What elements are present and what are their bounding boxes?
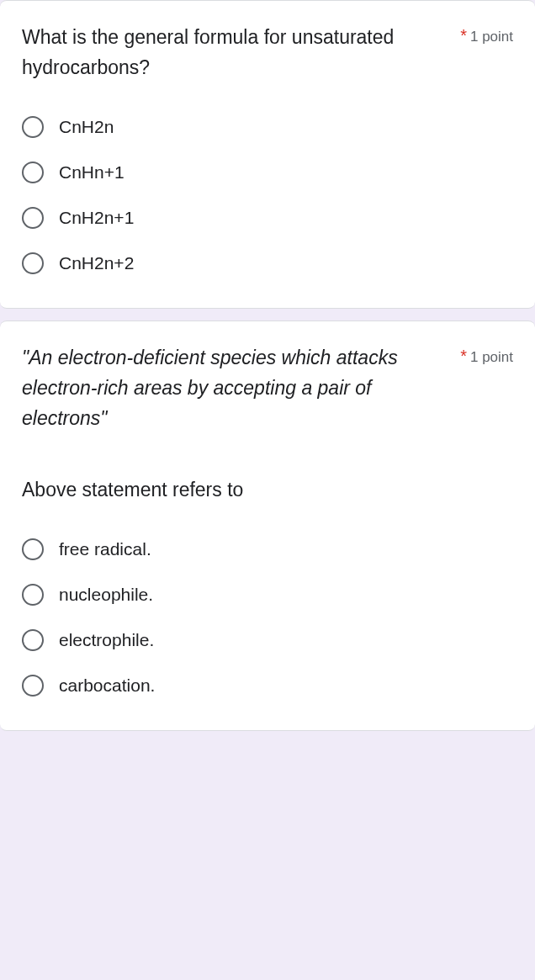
radio-icon: [22, 538, 44, 560]
option-label: free radical.: [59, 539, 151, 559]
radio-icon: [22, 675, 44, 697]
option-label: CnH2n: [59, 117, 114, 137]
radio-icon: [22, 252, 44, 274]
option-label: CnH2n+2: [59, 253, 134, 273]
options-group: CnH2n CnHn+1 CnH2n+1 CnH2n+2: [22, 108, 513, 283]
question-points: *1 point: [460, 343, 513, 366]
question-title: "An electron-deficient species which att…: [22, 343, 448, 433]
option-row[interactable]: nucleophile.: [22, 575, 513, 614]
option-label: electrophile.: [59, 630, 154, 650]
option-label: nucleophile.: [59, 585, 153, 605]
option-label: CnH2n+1: [59, 208, 134, 228]
radio-icon: [22, 116, 44, 138]
required-star-icon: *: [460, 347, 467, 365]
option-row[interactable]: free radical.: [22, 530, 513, 569]
radio-icon: [22, 584, 44, 606]
question-title: What is the general formula for unsatura…: [22, 23, 448, 82]
option-row[interactable]: CnH2n: [22, 108, 513, 146]
points-value: 1 point: [470, 349, 513, 365]
options-group: free radical. nucleophile. electrophile.…: [22, 530, 513, 705]
radio-icon: [22, 629, 44, 651]
points-value: 1 point: [470, 29, 513, 45]
question-header: What is the general formula for unsatura…: [22, 23, 513, 82]
option-row[interactable]: CnH2n+1: [22, 199, 513, 237]
question-header: "An electron-deficient species which att…: [22, 343, 513, 433]
option-row[interactable]: electrophile.: [22, 621, 513, 660]
option-label: CnHn+1: [59, 162, 124, 183]
option-row[interactable]: CnH2n+2: [22, 244, 513, 283]
question-card: What is the general formula for unsatura…: [0, 0, 535, 309]
radio-icon: [22, 162, 44, 183]
question-subtext: Above statement refers to: [22, 475, 513, 505]
option-label: carbocation.: [59, 675, 155, 696]
question-title-text: "An electron-deficient species which att…: [22, 347, 398, 428]
question-points: *1 point: [460, 23, 513, 45]
question-card: "An electron-deficient species which att…: [0, 320, 535, 730]
option-row[interactable]: CnHn+1: [22, 153, 513, 192]
required-star-icon: *: [460, 26, 467, 45]
option-row[interactable]: carbocation.: [22, 666, 513, 705]
radio-icon: [22, 207, 44, 229]
